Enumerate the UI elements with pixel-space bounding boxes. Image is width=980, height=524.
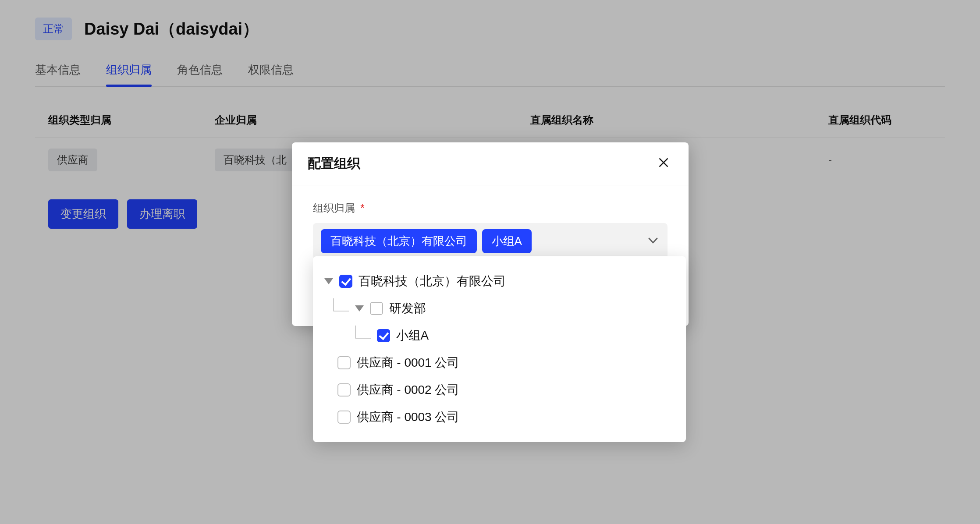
tree-label: 供应商 - 0001 公司 xyxy=(357,354,460,371)
org-tree-dropdown: 百晓科技（北京）有限公司 研发部 小组A 供应商 - 0001 公司 供应商 -… xyxy=(313,256,686,442)
checkbox-supplier-2[interactable] xyxy=(337,383,351,397)
modal-title: 配置组织 xyxy=(308,155,360,173)
required-asterisk: * xyxy=(360,202,364,214)
tree-elbow-icon xyxy=(355,326,371,339)
tree-node-root[interactable]: 百晓科技（北京）有限公司 xyxy=(321,268,682,295)
tree-label: 小组A xyxy=(396,327,429,344)
tree-label: 百晓科技（北京）有限公司 xyxy=(359,273,506,290)
modal-header: 配置组织 xyxy=(292,142,689,185)
checkbox-dept[interactable] xyxy=(370,302,383,315)
tree-node-dept[interactable]: 研发部 xyxy=(321,295,682,322)
checkbox-team[interactable] xyxy=(377,329,390,342)
checkbox-supplier-1[interactable] xyxy=(337,356,351,369)
configure-org-modal: 配置组织 组织归属 * 百晓科技（北京）有限公司 小组A 存 xyxy=(292,142,689,326)
caret-icon[interactable] xyxy=(355,305,364,312)
tree-node-team[interactable]: 小组A xyxy=(321,322,682,349)
close-icon[interactable] xyxy=(654,155,673,172)
tree-label: 供应商 - 0003 公司 xyxy=(357,409,460,425)
tree-node-supplier-1[interactable]: 供应商 - 0001 公司 xyxy=(321,349,682,376)
caret-icon[interactable] xyxy=(324,278,333,284)
chevron-down-icon xyxy=(648,237,658,245)
org-chip[interactable]: 百晓科技（北京）有限公司 xyxy=(321,229,477,253)
org-multiselect[interactable]: 百晓科技（北京）有限公司 小组A xyxy=(313,223,668,259)
org-field-label: 组织归属 * xyxy=(313,201,668,215)
tree-node-supplier-3[interactable]: 供应商 - 0003 公司 xyxy=(321,404,682,431)
tree-elbow-icon xyxy=(333,298,349,312)
checkbox-supplier-3[interactable] xyxy=(337,411,351,424)
tree-label: 研发部 xyxy=(389,300,426,317)
org-chip[interactable]: 小组A xyxy=(482,229,532,253)
checkbox-root[interactable] xyxy=(339,275,352,288)
modal-overlay[interactable]: 配置组织 组织归属 * 百晓科技（北京）有限公司 小组A 存 xyxy=(0,0,980,524)
org-field-label-text: 组织归属 xyxy=(313,202,355,214)
tree-label: 供应商 - 0002 公司 xyxy=(357,382,460,398)
tree-node-supplier-2[interactable]: 供应商 - 0002 公司 xyxy=(321,376,682,404)
